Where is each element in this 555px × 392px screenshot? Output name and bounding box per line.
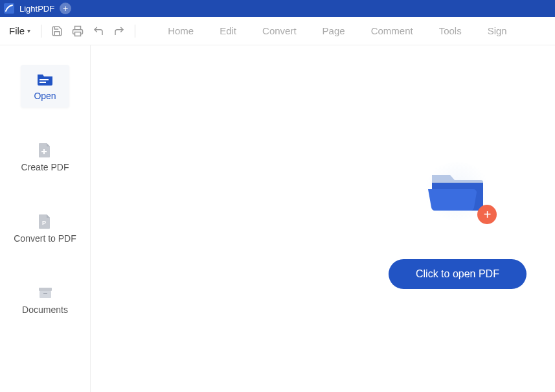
sidebar-item-create-pdf[interactable]: Create PDF bbox=[8, 136, 82, 179]
open-file-group: + Click to open PDF bbox=[389, 162, 527, 289]
svg-rect-5 bbox=[41, 151, 47, 152]
svg-rect-9 bbox=[43, 293, 47, 294]
big-folder-icon bbox=[428, 168, 486, 214]
titlebar: LightPDF + bbox=[0, 0, 555, 17]
divider bbox=[41, 25, 41, 38]
redo-button[interactable] bbox=[110, 22, 128, 40]
svg-rect-7 bbox=[39, 288, 52, 291]
tab-sign[interactable]: Sign bbox=[475, 21, 520, 40]
sidebar-item-label: Convert to PDF bbox=[14, 233, 76, 244]
divider bbox=[135, 25, 135, 38]
app-logo-icon bbox=[4, 3, 14, 14]
svg-rect-3 bbox=[40, 82, 46, 83]
sidebar-item-label: Documents bbox=[22, 305, 68, 315]
file-menu[interactable]: File ▾ bbox=[5, 23, 34, 39]
chevron-down-icon: ▾ bbox=[27, 27, 30, 34]
app-title: LightPDF bbox=[19, 4, 54, 14]
sidebar-item-label: Create PDF bbox=[21, 162, 69, 172]
svg-text:P: P bbox=[42, 220, 46, 226]
sidebar: Open Create PDF P Convert bbox=[0, 45, 91, 392]
file-menu-label: File bbox=[9, 25, 25, 36]
archive-icon bbox=[36, 285, 54, 301]
sidebar-item-open[interactable]: Open bbox=[21, 65, 69, 108]
sidebar-item-label: Open bbox=[34, 91, 56, 101]
main-area: + Click to open PDF bbox=[91, 45, 555, 392]
undo-button[interactable] bbox=[89, 22, 108, 40]
svg-rect-2 bbox=[40, 79, 49, 80]
tab-tools[interactable]: Tools bbox=[426, 21, 475, 40]
sidebar-item-documents[interactable]: Documents bbox=[9, 279, 81, 321]
file-pdf-icon: P bbox=[36, 214, 54, 229]
svg-rect-1 bbox=[75, 32, 81, 36]
menu-tabs: Home Edit Convert Page Comment Tools Sig… bbox=[155, 21, 520, 40]
file-plus-icon bbox=[36, 143, 54, 158]
tab-edit[interactable]: Edit bbox=[207, 21, 249, 40]
tab-home[interactable]: Home bbox=[155, 21, 207, 40]
sidebar-item-convert-pdf[interactable]: P Convert to PDF bbox=[1, 207, 89, 250]
new-tab-button[interactable]: + bbox=[60, 3, 71, 14]
save-button[interactable] bbox=[48, 22, 66, 40]
folder-open-icon bbox=[36, 71, 54, 87]
svg-rect-8 bbox=[40, 291, 51, 298]
body-area: Open Create PDF P Convert bbox=[0, 45, 555, 392]
tab-convert[interactable]: Convert bbox=[249, 21, 310, 40]
open-pdf-button[interactable]: Click to open PDF bbox=[389, 259, 527, 289]
menubar: File ▾ Home Edit Convert Page bbox=[0, 17, 555, 45]
tab-page[interactable]: Page bbox=[310, 21, 358, 40]
plus-icon: + bbox=[63, 4, 68, 13]
print-button[interactable] bbox=[69, 22, 87, 40]
plus-badge-icon: + bbox=[477, 205, 497, 224]
open-folder-illustration: + bbox=[422, 162, 493, 220]
tab-comment[interactable]: Comment bbox=[358, 21, 426, 40]
